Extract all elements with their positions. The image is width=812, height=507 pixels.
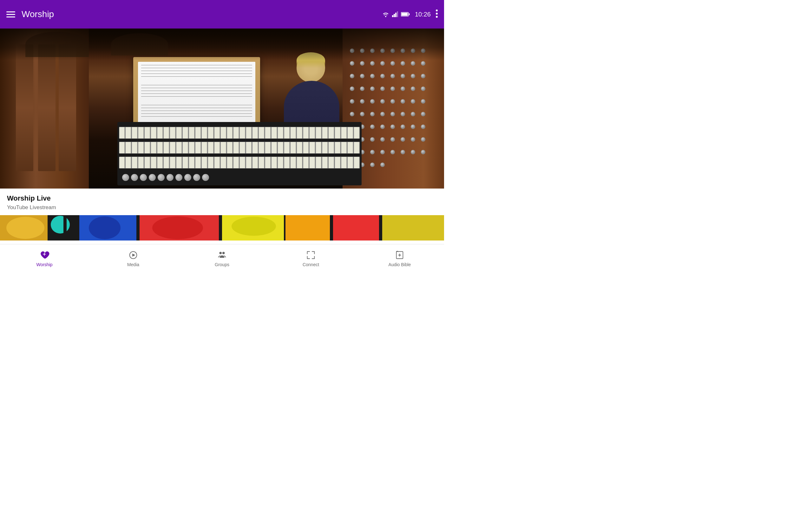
- svg-point-60: [370, 124, 374, 129]
- svg-point-48: [411, 99, 415, 104]
- nav-label-media: Media: [127, 262, 139, 267]
- nav-label-audio-bible: Audio Bible: [389, 262, 411, 267]
- top-bar-left: Worship: [6, 9, 54, 19]
- svg-point-51: [360, 112, 364, 116]
- nav-label-worship: Worship: [36, 262, 52, 267]
- svg-point-29: [380, 74, 385, 78]
- clock: 10:26: [415, 11, 431, 18]
- svg-point-7: [436, 9, 438, 11]
- svg-point-18: [350, 61, 354, 66]
- status-icons: [382, 11, 410, 17]
- svg-rect-0: [392, 15, 393, 17]
- nav-label-connect: Connect: [303, 262, 319, 267]
- svg-rect-6: [409, 13, 409, 15]
- svg-point-32: [411, 74, 415, 78]
- svg-point-25: [421, 61, 425, 66]
- svg-point-28: [370, 74, 374, 78]
- svg-point-84: [370, 163, 374, 167]
- top-bar: Worship 10:26: [0, 0, 444, 29]
- signal-icon: [392, 11, 398, 17]
- svg-point-85: [380, 163, 385, 167]
- connect-nav-icon: [306, 250, 316, 260]
- svg-point-52: [370, 112, 374, 116]
- svg-point-34: [350, 87, 354, 91]
- nav-item-groups[interactable]: Groups: [206, 250, 238, 267]
- stained-glass-svg: [0, 215, 444, 240]
- svg-point-36: [370, 87, 374, 91]
- nav-item-media[interactable]: Media: [117, 250, 149, 267]
- svg-point-56: [411, 112, 415, 116]
- bottom-nav: Worship Media Groups Connect: [0, 244, 444, 273]
- svg-point-61: [380, 124, 385, 129]
- hero-image: [0, 29, 444, 188]
- app-title: Worship: [21, 9, 54, 19]
- svg-point-42: [350, 99, 354, 104]
- svg-point-30: [391, 74, 395, 78]
- svg-point-39: [401, 87, 405, 91]
- svg-rect-5: [401, 13, 408, 16]
- svg-point-19: [360, 61, 364, 66]
- nav-label-groups: Groups: [215, 262, 229, 267]
- media-nav-icon: [128, 250, 138, 260]
- nav-item-worship[interactable]: Worship: [29, 250, 60, 267]
- svg-point-65: [421, 124, 425, 129]
- svg-point-23: [401, 61, 405, 66]
- svg-rect-92: [63, 215, 67, 240]
- svg-point-24: [411, 61, 415, 66]
- svg-point-89: [51, 216, 70, 233]
- svg-point-43: [360, 99, 364, 104]
- audio-bible-nav-icon: [395, 250, 405, 260]
- more-dot-1: [436, 14, 438, 19]
- svg-point-27: [360, 74, 364, 78]
- svg-point-45: [380, 99, 385, 104]
- svg-point-108: [222, 251, 225, 254]
- svg-point-81: [421, 150, 425, 154]
- svg-point-98: [232, 217, 276, 236]
- svg-point-91: [89, 216, 120, 239]
- svg-point-46: [391, 99, 395, 104]
- stained-glass-preview: [0, 215, 444, 240]
- svg-point-87: [6, 217, 44, 239]
- nav-item-connect[interactable]: Connect: [295, 250, 327, 267]
- svg-point-54: [391, 112, 395, 116]
- svg-point-20: [370, 61, 374, 66]
- svg-marker-106: [132, 253, 135, 257]
- svg-point-38: [391, 87, 395, 91]
- video-subtitle: YouTube Livestream: [7, 205, 437, 211]
- battery-icon: [401, 12, 410, 17]
- svg-point-35: [360, 87, 364, 91]
- svg-point-107: [219, 251, 222, 254]
- svg-point-41: [421, 87, 425, 91]
- svg-point-50: [350, 112, 354, 116]
- video-title: Worship Live: [7, 194, 437, 203]
- svg-point-79: [401, 150, 405, 154]
- svg-rect-2: [395, 13, 397, 17]
- worship-nav-icon: [39, 250, 49, 260]
- svg-point-31: [401, 74, 405, 78]
- more-menu-icon[interactable]: [436, 9, 438, 19]
- svg-point-21: [380, 61, 385, 66]
- svg-point-95: [152, 216, 203, 239]
- svg-point-22: [391, 61, 395, 66]
- svg-point-57: [421, 112, 425, 116]
- svg-rect-3: [397, 11, 398, 17]
- svg-point-62: [391, 124, 395, 129]
- svg-point-40: [411, 87, 415, 91]
- svg-point-76: [370, 150, 374, 154]
- svg-point-49: [421, 99, 425, 104]
- svg-point-68: [370, 137, 374, 142]
- svg-rect-1: [394, 14, 395, 17]
- svg-point-44: [370, 99, 374, 104]
- svg-point-72: [411, 137, 415, 142]
- content-area: Worship Live YouTube Livestream: [0, 188, 444, 215]
- svg-point-77: [380, 150, 385, 154]
- hamburger-icon[interactable]: [6, 11, 15, 17]
- top-bar-right: 10:26: [382, 9, 438, 19]
- svg-point-37: [380, 87, 385, 91]
- svg-point-70: [391, 137, 395, 142]
- svg-point-47: [401, 99, 405, 104]
- nav-item-audio-bible[interactable]: Audio Bible: [384, 250, 415, 267]
- svg-point-73: [421, 137, 425, 142]
- svg-point-63: [401, 124, 405, 129]
- svg-rect-100: [286, 215, 333, 240]
